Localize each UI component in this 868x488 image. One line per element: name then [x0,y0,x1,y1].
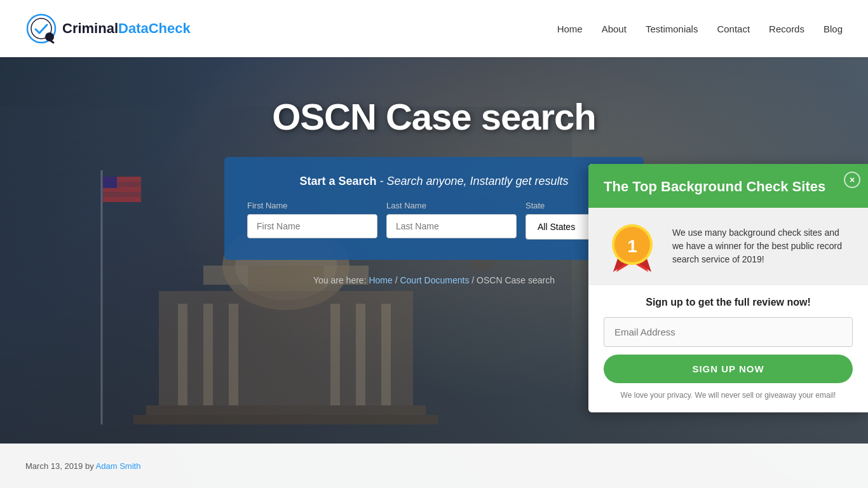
breadcrumb-home[interactable]: Home [369,275,392,285]
search-fields: First Name Last Name State All StatesAla… [247,201,621,240]
award-medal-icon: 1 [604,218,661,275]
nav-home[interactable]: Home [557,24,583,34]
nav-testimonials[interactable]: Testimonials [646,24,698,34]
popup-signup-button[interactable]: SIGN UP NOW [604,355,853,383]
svg-rect-16 [146,405,426,415]
search-box-italic: - Search anyone, Instantly get results [379,175,568,187]
search-box: Start a Search - Search anyone, Instantl… [224,157,644,260]
svg-rect-14 [356,304,365,405]
popup-award-area: 1 We use many background check sites and… [588,208,868,285]
search-box-title: Start a Search - Search anyone, Instantl… [247,175,621,188]
last-name-input[interactable] [386,214,517,238]
popup-title: The Top Background Check Sites [604,178,853,196]
post-meta-bar: March 13, 2019 by Adam Smith [0,444,868,488]
last-name-label: Last Name [386,201,517,210]
nav-contact[interactable]: Contact [717,24,750,34]
first-name-label: First Name [247,201,377,210]
first-name-input[interactable] [247,214,377,238]
popup-overlay: The Top Background Check Sites × 1 We us… [588,164,868,412]
breadcrumb: You are here: Home / Court Documents / O… [313,275,555,285]
logo-text: CriminalDataCheck [62,20,191,37]
last-name-field-group: Last Name [386,201,517,240]
post-meta: March 13, 2019 by Adam Smith [25,461,140,471]
svg-rect-15 [381,304,391,405]
breadcrumb-current: OSCN Case search [477,275,555,285]
svg-rect-9 [159,291,413,405]
popup-header: The Top Background Check Sites × [588,164,868,208]
logo-icon [25,13,57,44]
breadcrumb-court-docs[interactable]: Court Documents [400,275,469,285]
site-header: CriminalDataCheck Home About Testimonial… [0,0,868,57]
popup-signup-section: Sign up to get the full review now! SIGN… [588,285,868,412]
svg-rect-10 [178,304,187,405]
search-box-bold: Start a Search [299,175,376,187]
first-name-field-group: First Name [247,201,377,240]
popup-close-button[interactable]: × [844,172,860,188]
popup-signup-title: Sign up to get the full review now! [604,297,853,308]
nav-blog[interactable]: Blog [824,24,843,34]
popup-privacy-text: We love your privacy. We will never sell… [604,391,853,400]
svg-rect-12 [229,304,238,405]
svg-rect-11 [203,304,213,405]
svg-rect-13 [330,304,340,405]
nav-records[interactable]: Records [769,24,804,34]
post-date: March 13, 2019 [25,461,83,471]
post-by: by [85,461,94,471]
award-description: We use many background check sites and w… [672,226,853,266]
main-nav: Home About Testimonials Contact Records … [557,24,843,34]
post-author-link[interactable]: Adam Smith [96,461,141,471]
logo[interactable]: CriminalDataCheck [25,13,191,44]
svg-text:1: 1 [627,236,637,256]
nav-about[interactable]: About [602,24,627,34]
popup-email-input[interactable] [604,317,853,347]
svg-rect-17 [133,415,438,424]
breadcrumb-prefix: You are here: [313,275,367,285]
page-title: OSCN Case search [272,95,595,138]
